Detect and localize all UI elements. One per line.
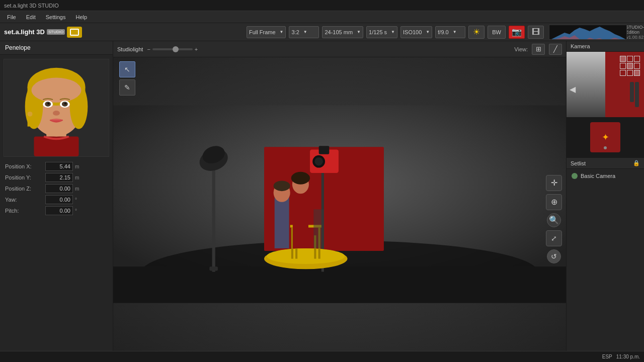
grid-cell-1 [620,56,626,62]
lens-select[interactable]: 24-105 mm [322,26,363,38]
sun-button[interactable]: ☀ [468,26,485,39]
svg-point-16 [47,103,49,105]
svg-point-45 [291,172,310,185]
grid-cell-2 [627,56,633,62]
setlist-section: Setlist 🔒 Basic Camera [567,158,644,351]
yaw-row: Yaw: 0.00 ° [0,194,113,205]
kamera-thumb-inner: ✦ [590,122,620,152]
grid-cell-3 [634,56,640,62]
kamera-preview: ◀ [567,52,644,117]
camera-alt-button[interactable]: 🎞 [528,26,544,39]
bw-button[interactable]: BW [488,26,506,39]
select-tool[interactable]: ↖ [119,61,135,77]
kamera-figures [630,82,639,107]
yaw-value[interactable]: 0.00 [45,195,73,204]
position-x-unit: m [75,164,81,169]
slider-thumb [173,46,179,52]
svg-rect-40 [275,196,289,248]
main-area: Penelope [0,41,644,351]
nav-zoom-button[interactable]: 🔍 [547,213,561,227]
logo-icon [67,27,82,38]
slider-plus[interactable]: + [195,46,198,52]
yaw-unit: ° [75,197,81,203]
model-face-svg [4,59,109,156]
menu-help[interactable]: Help [70,11,92,23]
kamera-thumb-star: ✦ [602,132,609,143]
svg-rect-30 [319,146,330,154]
shutter-select[interactable]: 1/125 s [366,26,397,38]
nav-camera-button[interactable]: ↺ [547,249,561,263]
nav-reset-button[interactable]: ⤢ [546,230,562,246]
model-preview [4,59,109,157]
svg-point-18 [53,111,60,116]
top-toolbar: set.a.light 3D STUDIO Full Frame 3:2 24-… [0,23,644,41]
nav-pan-button[interactable]: ✛ [546,175,562,191]
pitch-unit: ° [75,208,81,214]
studiolight-slider[interactable]: − + [147,46,198,52]
nav-orbit-button[interactable]: ⊕ [546,194,562,210]
logo-text: set.a.light 3D [4,28,45,36]
svg-point-34 [267,248,345,264]
position-y-label: Position Y: [5,174,45,180]
menu-settings[interactable]: Settings [41,11,71,23]
taskbar: ESP 11:30 p.m. [0,351,644,362]
pitch-row: Pitch: 0.00 ° [0,205,113,216]
slider-minus[interactable]: − [147,46,150,52]
aperture-select[interactable]: f/9.0 [435,26,465,38]
svg-rect-46 [313,209,324,248]
kamera-grid [620,56,640,76]
position-z-row: Position Z: 0.00 m [0,183,113,194]
grid-cell-4 [620,63,626,69]
view-grid-button[interactable]: ⊞ [532,44,545,55]
yaw-label: Yaw: [5,197,45,203]
model-name: Penelope [0,41,113,55]
edition-badge: STUDIO-Edition v1.00.62 [630,25,640,40]
position-z-value[interactable]: 0.00 [45,184,73,193]
grid-cell-7 [620,70,626,76]
menu-file[interactable]: File [2,11,21,23]
scene-svg [113,57,566,351]
kamera-nav-arrow[interactable]: ◀ [570,84,576,94]
pitch-value[interactable]: 0.00 [45,206,73,215]
position-x-value[interactable]: 5.44 [45,162,73,171]
left-panel: Penelope [0,41,113,351]
viewport-area: Studiolight − + View: ⊞ ╱ [113,41,566,351]
kamera-title: Kamera [567,41,644,52]
grid-cell-8 [627,70,633,76]
menu-edit[interactable]: Edit [21,11,41,23]
taskbar-lang: ESP [602,354,612,359]
position-x-label: Position X: [5,163,45,169]
camera-mode-select[interactable]: Full Frame [247,26,286,38]
setlist-item[interactable]: Basic Camera [569,171,642,181]
histogram-svg [549,25,627,40]
setlist-item-icon [572,173,578,179]
tool-icons: ↖ ✎ [119,61,135,96]
kamera-thumb-area: ✦ [567,117,644,157]
svg-rect-43 [293,189,308,248]
logo-area: set.a.light 3D STUDIO [4,27,82,38]
grid-cell-6 [634,63,640,69]
view-line-button[interactable]: ╱ [549,44,562,55]
kamera-bg: ◀ [567,52,644,117]
grid-cell-9 [634,70,640,76]
position-y-value[interactable]: 2.15 [45,173,73,182]
viewport-toolbar: Studiolight − + View: ⊞ ╱ [113,41,566,57]
right-panel: Kamera [566,41,644,351]
svg-rect-22 [113,266,566,303]
camera-capture-button[interactable]: 📷 [509,26,525,39]
kamera-section: Kamera [567,41,644,158]
slider-track[interactable] [152,48,193,50]
kamera-dot [604,146,607,149]
svg-rect-25 [209,266,218,270]
transform-tool[interactable]: ✎ [119,79,135,96]
pitch-label: Pitch: [5,208,45,214]
viewport-canvas[interactable]: ↖ ✎ ✛ ⊕ 🔍 ⤢ ↺ [113,57,566,351]
position-z-label: Position Z: [5,186,45,192]
ratio-select[interactable]: 3:2 [289,26,319,38]
taskbar-time: 11:30 p.m. [616,354,640,359]
svg-rect-24 [212,168,215,272]
app-title: set.a.light 3D STUDIO [4,3,59,9]
logo-icon-inner [70,29,79,36]
setlist-item-label: Basic Camera [581,173,615,179]
iso-select[interactable]: ISO100 [400,26,432,38]
